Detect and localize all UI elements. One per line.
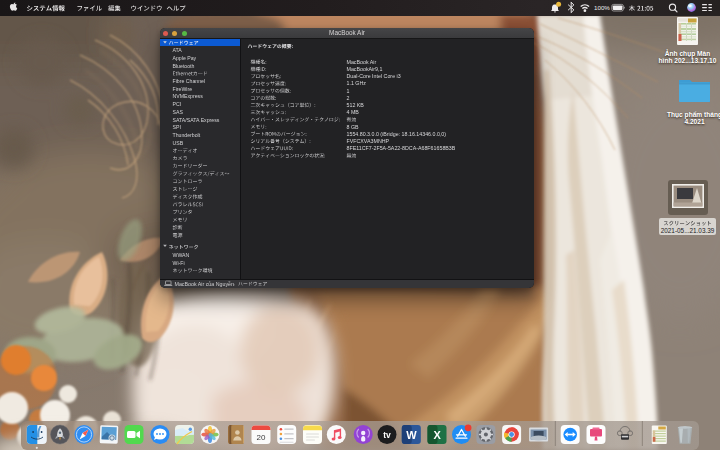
svg-text:W: W (406, 429, 417, 441)
svg-text:USB: USB (173, 140, 184, 146)
svg-text:FVFCXVA3MNHP: FVFCXVA3MNHP (347, 138, 390, 144)
svg-text:Wi-Fi: Wi-Fi (173, 260, 185, 266)
svg-text:8 GB: 8 GB (347, 124, 360, 130)
svg-text:SAS: SAS (173, 109, 184, 115)
svg-text:MacBook Air: MacBook Air (347, 59, 377, 65)
svg-text:4 MB: 4 MB (347, 109, 360, 115)
svg-text:20: 20 (257, 433, 266, 442)
svg-text:MacBookAir9,1: MacBookAir9,1 (347, 66, 383, 72)
svg-text:FireWire: FireWire (173, 86, 193, 92)
svg-text:Bluetooth: Bluetooth (173, 63, 195, 69)
svg-text:SPI: SPI (173, 124, 181, 130)
svg-text:512 KB: 512 KB (347, 102, 365, 108)
svg-text:ATA: ATA (173, 47, 183, 53)
svg-text:PCI: PCI (173, 101, 182, 107)
svg-text:SATA/SATA Express: SATA/SATA Express (173, 117, 220, 123)
svg-text:Thunderbolt: Thunderbolt (173, 132, 201, 138)
svg-text:Apple Pay: Apple Pay (173, 55, 197, 61)
svg-text:WWAN: WWAN (173, 252, 190, 258)
svg-text:MacBook Air của Nguyễn: MacBook Air của Nguyễn (175, 281, 235, 287)
svg-text:›: › (233, 281, 235, 287)
svg-text:1554.80.3.0.0 (iBridge: 18.16.: 1554.80.3.0.0 (iBridge: 18.16.14346.0.0,… (347, 131, 447, 137)
svg-text:100%: 100% (594, 4, 610, 11)
svg-text:8FE11CF7-2F5A-5A22-8DCA-A68F61: 8FE11CF7-2F5A-5A22-8DCA-A68F61658B3B (347, 145, 456, 151)
svg-text:NVMExpress: NVMExpress (173, 93, 204, 99)
svg-text:Dual-Core Intel Core i3: Dual-Core Intel Core i3 (347, 73, 401, 79)
svg-text:X: X (434, 429, 442, 441)
svg-text:1: 1 (347, 88, 350, 94)
svg-text:Fibre Channel: Fibre Channel (173, 78, 206, 84)
svg-text:tv: tv (383, 430, 391, 440)
svg-text:1.1 GHz: 1.1 GHz (347, 80, 367, 86)
svg-text:2: 2 (347, 95, 350, 101)
